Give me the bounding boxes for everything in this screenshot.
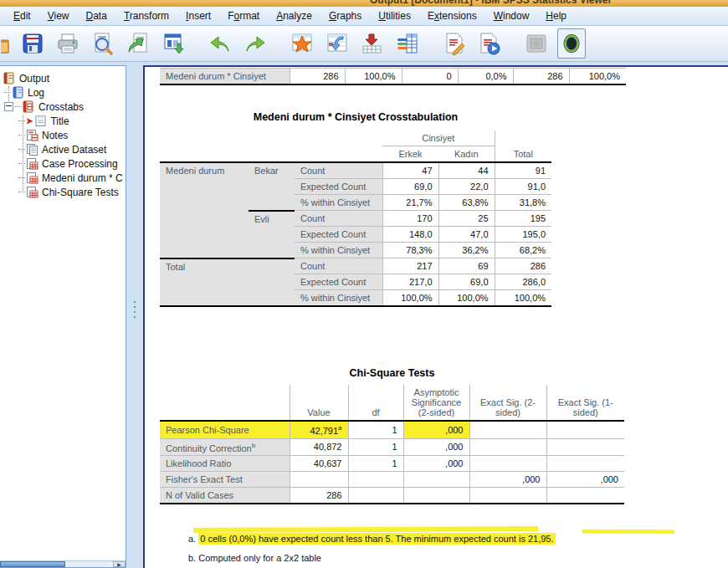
scrollbar-thumb[interactable] bbox=[0, 561, 65, 567]
highlighter-stroke bbox=[193, 526, 538, 533]
crosstab-header: CinsiyetTotalErkekKadın bbox=[160, 130, 551, 162]
tree-connector-stub bbox=[18, 177, 25, 179]
sidebar-item-medeni-durum-c[interactable]: Medeni durum * C bbox=[0, 171, 126, 185]
redo-icon[interactable] bbox=[241, 28, 269, 59]
export-output-icon[interactable] bbox=[124, 28, 152, 59]
sidebar-item-label: Output bbox=[19, 73, 49, 84]
output-book-icon bbox=[3, 72, 16, 84]
menu-item-analyze[interactable]: Analyze bbox=[268, 8, 320, 23]
sidebar-item-label: Medeni durum * C bbox=[42, 172, 123, 184]
menu-item-view[interactable]: View bbox=[39, 8, 78, 23]
total-column-header: Total bbox=[495, 130, 551, 162]
menu-item-format[interactable]: Format bbox=[219, 8, 268, 23]
footnote-text: Computed only for a 2x2 table bbox=[198, 553, 321, 563]
menu-item-data[interactable]: Data bbox=[78, 8, 115, 23]
spss-viewer-window: Output1 [Document1] - IBM SPSS Statistic… bbox=[0, 0, 728, 568]
log-icon bbox=[12, 86, 24, 99]
chi-square-value-cell: 42,791a bbox=[290, 421, 348, 438]
menu-item-transform[interactable]: Transform bbox=[115, 8, 177, 23]
title-icon bbox=[34, 115, 47, 127]
recall-dialogs-icon[interactable] bbox=[159, 28, 187, 59]
sidebar-item-case-processing[interactable]: Case Processing bbox=[0, 156, 126, 171]
test-row-label: Pearson Chi-Square bbox=[160, 421, 290, 438]
sidebar-item-chi-square-tests[interactable]: Chi-Square Tests bbox=[0, 185, 126, 199]
goto-variable-icon[interactable] bbox=[358, 28, 387, 59]
case-processing-row-label: Medeni durum * Cinsiyet bbox=[160, 69, 290, 85]
crosstab-value-cell: 91 bbox=[495, 162, 551, 179]
scrollbar-right-arrow-icon[interactable]: ▶ bbox=[113, 561, 126, 567]
crosstab-value-cell: 195,0 bbox=[495, 227, 551, 243]
menu-item-graphs[interactable]: Graphs bbox=[320, 8, 370, 23]
crosstab-title: Medeni durum * Cinsiyet Crosstabulation bbox=[160, 111, 551, 123]
row-statistic-label: Count bbox=[295, 211, 382, 227]
save-icon[interactable] bbox=[18, 28, 47, 59]
menu-item-help[interactable]: Help bbox=[537, 8, 575, 23]
chi-square-value-cell bbox=[469, 421, 546, 438]
open-file-icon[interactable] bbox=[0, 28, 12, 59]
row-dimension-label: Total bbox=[160, 258, 295, 307]
menu-bar: EditViewDataTransformInsertFormatAnalyze… bbox=[0, 7, 728, 26]
chi-square-value-cell: ,000 bbox=[546, 472, 624, 488]
chi-square-value-cell bbox=[469, 456, 546, 472]
designate-window-icon[interactable] bbox=[557, 28, 586, 59]
pane-splitter[interactable] bbox=[126, 65, 143, 568]
chi-square-value-cell: ,000 bbox=[403, 438, 469, 456]
crosstab-value-cell: 100,0% bbox=[438, 290, 495, 307]
chi-square-value-cell bbox=[290, 472, 348, 488]
run-script-icon[interactable] bbox=[475, 28, 504, 59]
sidebar-item-active-dataset[interactable]: Active Dataset bbox=[0, 142, 126, 156]
chi-square-value-cell: ,000 bbox=[469, 472, 546, 488]
sidebar-item-log[interactable]: Log bbox=[0, 85, 126, 100]
sidebar-item-title[interactable]: ➤Title bbox=[0, 114, 126, 128]
goto-case-icon[interactable] bbox=[323, 28, 351, 59]
col-group-header: Cinsiyet bbox=[382, 130, 495, 146]
print-icon[interactable] bbox=[54, 28, 82, 59]
menu-item-utilities[interactable]: Utilities bbox=[370, 8, 419, 23]
print-preview-icon[interactable] bbox=[89, 28, 117, 59]
sidebar-item-output[interactable]: Output bbox=[0, 71, 126, 85]
pivot-table-icon bbox=[26, 171, 38, 184]
goto-data-icon[interactable] bbox=[288, 28, 316, 59]
crosstab-value-cell: 68,2% bbox=[495, 243, 551, 258]
row-statistic-label: Count bbox=[295, 258, 382, 274]
column-header: Kadın bbox=[438, 146, 495, 163]
crosstab-value-cell: 21,7% bbox=[382, 195, 438, 211]
footnote-marker: a. bbox=[188, 534, 198, 544]
sidebar-item-crosstabs[interactable]: Crosstabs bbox=[0, 100, 126, 114]
crosstab-value-cell: 47 bbox=[382, 162, 438, 179]
chi-square-value-cell bbox=[348, 472, 403, 488]
sidebar-item-notes[interactable]: Notes bbox=[0, 128, 126, 142]
sidebar-item-label: Active Dataset bbox=[42, 144, 106, 156]
chi-square-tests-table[interactable]: ValuedfAsymptotic Significance (2-sided)… bbox=[160, 385, 624, 504]
corner-cell bbox=[160, 385, 290, 421]
tree-connector-stub bbox=[15, 106, 22, 108]
outline-tree: OutputLogCrosstabs➤TitleNotesActive Data… bbox=[0, 66, 126, 199]
outline-horizontal-scrollbar[interactable]: ▶ bbox=[0, 560, 126, 567]
menu-item-extensions[interactable]: Extensions bbox=[419, 8, 485, 23]
main-split-area: OutputLogCrosstabs➤TitleNotesActive Data… bbox=[0, 62, 728, 568]
case-processing-summary-table[interactable]: Medeni durum * Cinsiyet286100,0%00,0%286… bbox=[160, 68, 626, 85]
case-processing-cell: 0,0% bbox=[458, 69, 513, 85]
menu-item-edit[interactable]: Edit bbox=[5, 8, 39, 23]
variables-icon[interactable] bbox=[393, 28, 422, 59]
crosstab-value-cell: 217 bbox=[382, 258, 438, 274]
test-row-label: Likelihood Ratio bbox=[160, 456, 290, 472]
crosstab-value-cell: 170 bbox=[382, 211, 438, 227]
crosstab-value-cell: 63,8% bbox=[438, 195, 495, 211]
sidebar-item-label: Log bbox=[28, 87, 44, 99]
splitter-grip-icon[interactable] bbox=[133, 299, 136, 321]
window-title: Output1 [Document1] - IBM SPSS Statistic… bbox=[370, 0, 612, 6]
use-sets-icon[interactable] bbox=[440, 28, 469, 59]
chi-square-value-cell bbox=[546, 488, 624, 504]
row-statistic-label: % within Cinsiyet bbox=[295, 195, 382, 211]
crosstab-value-cell: 47,0 bbox=[438, 227, 495, 243]
menu-item-insert[interactable]: Insert bbox=[177, 8, 219, 23]
column-header: Asymptotic Significance (2-sided) bbox=[403, 385, 469, 421]
sidebar-item-label: Crosstabs bbox=[38, 101, 84, 113]
test-row-label: Fisher's Exact Test bbox=[160, 472, 290, 488]
menu-item-window[interactable]: Window bbox=[485, 8, 538, 23]
crosstabulation-table[interactable]: CinsiyetTotalErkekKadınMedeni durumBekar… bbox=[160, 130, 551, 307]
undo-icon[interactable] bbox=[206, 28, 234, 59]
activate-window-icon[interactable] bbox=[522, 28, 551, 59]
collapse-expander-icon[interactable] bbox=[4, 102, 13, 111]
